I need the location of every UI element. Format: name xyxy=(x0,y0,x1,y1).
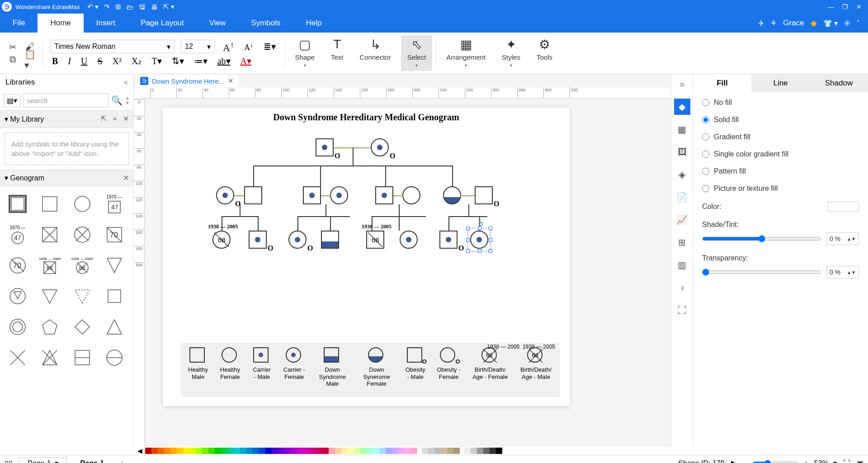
tools-tool[interactable]: ⚙Tools xyxy=(530,35,559,71)
menu-symbols[interactable]: Symbols xyxy=(238,14,293,33)
geno-female-carrier[interactable] xyxy=(216,186,234,204)
geno-female-carrier[interactable] xyxy=(400,231,418,249)
lib-shape[interactable] xyxy=(69,345,95,371)
menu-help[interactable]: Help xyxy=(293,14,335,33)
zoom-in-icon[interactable]: ＋ xyxy=(802,458,810,463)
library-picker-icon[interactable]: ▤▾ xyxy=(4,94,20,107)
send-icon[interactable]: ✈ xyxy=(758,19,764,28)
arrangement-tool[interactable]: ▦Arrangement▾ xyxy=(440,35,492,71)
expand-panel-icon[interactable]: » xyxy=(677,77,686,92)
minimize-icon[interactable]: — xyxy=(828,3,834,10)
zoom-out-icon[interactable]: − xyxy=(744,459,748,463)
highlight-icon[interactable]: ab▾ xyxy=(216,56,232,66)
premium-icon[interactable]: ◆ xyxy=(811,18,817,28)
fill-option-picture[interactable]: Picture or texture fill xyxy=(702,184,859,193)
tab-fill[interactable]: Fill xyxy=(693,74,751,92)
tshirt-icon[interactable]: 👕 ▾ xyxy=(823,19,838,28)
geno-male-affected[interactable] xyxy=(321,231,339,249)
lib-shape[interactable] xyxy=(37,345,63,371)
menu-insert[interactable]: Insert xyxy=(84,14,128,33)
library-search-input[interactable]: search xyxy=(23,93,108,108)
play-icon[interactable]: ▶ xyxy=(731,458,738,463)
increase-font-icon[interactable]: A↑ xyxy=(221,40,236,54)
fill-option-single-gradient[interactable]: Single color gradient fill xyxy=(702,150,859,158)
zoom-value[interactable]: 53% xyxy=(814,459,829,463)
lib-shape[interactable]: 1970 —47 xyxy=(5,222,31,248)
color-swatch[interactable] xyxy=(827,202,859,212)
lib-shape[interactable] xyxy=(5,191,31,217)
lib-shape[interactable] xyxy=(101,283,127,309)
collapse-panel-icon[interactable]: « xyxy=(124,78,128,87)
collapse-ribbon-icon[interactable]: ˄ xyxy=(856,19,860,28)
new-icon[interactable]: ⊞ xyxy=(115,3,121,11)
geno-deceased-female[interactable]: 68 xyxy=(212,231,231,249)
cut-icon[interactable]: ✂ xyxy=(7,42,18,52)
close-icon[interactable]: ✕ xyxy=(856,3,862,10)
save-icon[interactable]: 🖫 xyxy=(139,3,146,11)
font-color-icon[interactable]: A▾ xyxy=(239,56,253,66)
lib-shape[interactable] xyxy=(5,314,31,340)
search-icon[interactable]: 🔍 xyxy=(111,95,123,106)
lib-shape[interactable] xyxy=(5,345,31,371)
geno-male-carrier[interactable] xyxy=(303,186,321,204)
align-icon[interactable]: ≣▾ xyxy=(262,41,278,52)
add-page-icon[interactable]: ＋ xyxy=(118,457,127,463)
menu-file[interactable]: File xyxy=(0,14,38,33)
lib-shape[interactable] xyxy=(69,283,95,309)
export-icon[interactable]: ⇱ ▾ xyxy=(163,3,175,11)
table-tool-icon[interactable]: ⊞ xyxy=(674,234,690,250)
open-icon[interactable]: 🗁 xyxy=(127,3,133,11)
tab-line[interactable]: Line xyxy=(751,74,810,92)
text-case-icon[interactable]: T▾ xyxy=(150,56,164,66)
font-size-select[interactable]: 12▾ xyxy=(181,40,215,53)
geno-male-healthy[interactable] xyxy=(244,186,262,204)
geno-female-affected[interactable] xyxy=(443,186,461,204)
geno-deceased-male[interactable]: 68 xyxy=(366,231,384,249)
lib-shape[interactable] xyxy=(69,222,95,248)
fullscreen-icon[interactable]: ▣ xyxy=(857,459,863,463)
lib-shape[interactable] xyxy=(37,222,63,248)
geno-female-carrier[interactable] xyxy=(371,138,389,156)
color-palette[interactable]: ◀ xyxy=(134,447,868,455)
geno-male-carrier[interactable] xyxy=(375,186,393,204)
lib-shape[interactable] xyxy=(37,283,63,309)
styles-tool[interactable]: ✦Styles▾ xyxy=(495,35,527,71)
add-lib-icon[interactable]: ＋ xyxy=(111,114,118,124)
menu-view[interactable]: View xyxy=(197,14,239,33)
page-tool-icon[interactable]: 📄 xyxy=(674,189,690,205)
subscript-icon[interactable]: X₂ xyxy=(130,56,143,66)
paste-icon[interactable]: 📋▾ xyxy=(24,54,35,65)
strikethrough-icon[interactable]: S xyxy=(95,56,104,66)
image-tool-icon[interactable]: 🖼 xyxy=(674,144,690,160)
fill-option-no-fill[interactable]: No fill xyxy=(702,99,859,107)
geno-female-carrier[interactable] xyxy=(330,186,348,204)
user-name[interactable]: Grace xyxy=(783,19,804,28)
pages-icon[interactable]: ▯▯ xyxy=(5,459,13,463)
import-lib-icon[interactable]: ⇱ xyxy=(101,114,107,124)
bold-icon[interactable]: B xyxy=(50,56,60,66)
document-tab[interactable]: ∋ Down Syndrome Here... ✕ xyxy=(136,75,238,87)
fit-page-icon[interactable]: ⛶ xyxy=(843,459,850,463)
canvas-page[interactable]: Down Syndrome Hereditary Medical Genogra… xyxy=(163,108,570,406)
layers-tool-icon[interactable]: ◈ xyxy=(674,166,690,183)
geno-female-carrier[interactable] xyxy=(288,231,307,249)
maximize-icon[interactable]: ❐ xyxy=(842,3,848,10)
line-spacing-icon[interactable]: ⇅▾ xyxy=(170,56,186,66)
fill-option-solid[interactable]: Solid fill xyxy=(702,116,859,124)
page-tab[interactable]: Page-1 xyxy=(73,458,111,463)
lib-shape[interactable] xyxy=(101,252,127,279)
text-tool[interactable]: TText xyxy=(325,35,350,71)
lib-shape[interactable] xyxy=(37,191,63,217)
select-tool[interactable]: ⬁Select▾ xyxy=(401,35,433,71)
zoom-slider[interactable] xyxy=(753,460,798,463)
bullets-icon[interactable]: ≔▾ xyxy=(192,56,209,66)
lib-shape[interactable]: 1970 —47 xyxy=(101,191,127,217)
geno-female-healthy[interactable] xyxy=(402,186,420,204)
print-icon[interactable]: 🖶 xyxy=(151,3,158,11)
close-tab-icon[interactable]: ✕ xyxy=(228,77,234,85)
my-library-section[interactable]: ▾ My Library ⇱＋✕ xyxy=(0,110,133,128)
align-tool-icon[interactable]: ⫞ xyxy=(674,279,690,296)
lib-shape[interactable] xyxy=(37,314,63,340)
lib-shape[interactable] xyxy=(5,283,31,309)
fill-option-gradient[interactable]: Gradient fill xyxy=(702,133,859,141)
